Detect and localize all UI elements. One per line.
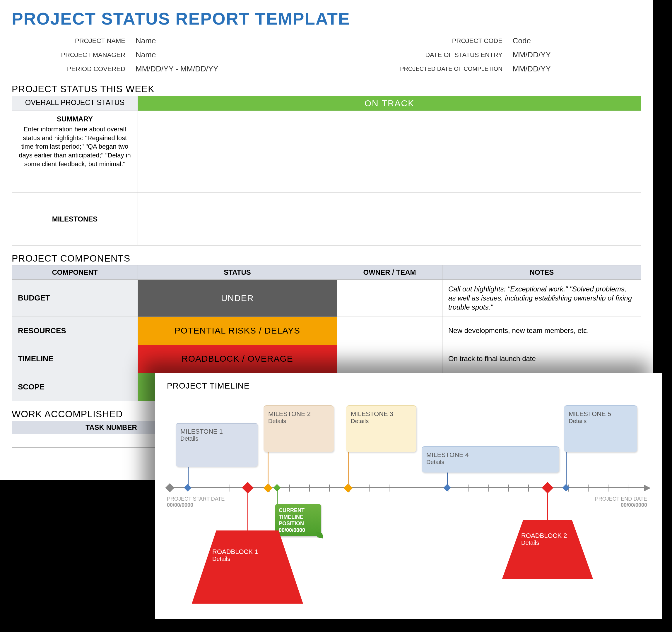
owner-resources[interactable] [337,317,442,345]
owner-timeline[interactable] [337,345,442,373]
row-budget: BUDGET UNDER Call out highlights: "Excep… [12,280,641,317]
value-project-manager[interactable]: Name [129,48,389,62]
label-date-status-entry: DATE OF STATUS ENTRY [389,48,506,62]
timeline-card: PROJECT TIMELINE PROJECT START DATE 00/0… [155,373,662,619]
notes-timeline[interactable]: On track to final launch date [442,345,641,373]
value-overall-status[interactable]: ON TRACK [138,96,641,111]
timeline-axis [170,487,647,488]
status-timeline[interactable]: ROADBLOCK / OVERAGE [138,345,337,373]
label-milestones: MILESTONES [12,193,138,246]
milestone-4-card[interactable]: MILESTONE 4 Details [422,446,559,473]
row-resources: RESOURCES POTENTIAL RISKS / DELAYS New d… [12,317,641,345]
status-week-table: OVERALL PROJECT STATUS ON TRACK SUMMARY … [12,96,641,246]
owner-budget[interactable] [337,280,442,317]
status-resources[interactable]: POTENTIAL RISKS / DELAYS [138,317,337,345]
value-summary[interactable] [138,111,641,193]
status-budget[interactable]: UNDER [138,280,337,317]
start-date-label: PROJECT START DATE 00/00/0000 [167,496,224,508]
roadblock-2[interactable]: ROADBLOCK 2 Details [502,520,593,579]
col-component: COMPONENT [12,266,138,280]
project-info-grid: PROJECT NAME Name PROJECT CODE Code PROJ… [12,34,641,76]
value-projected-completion[interactable]: MM/DD/YY [506,62,641,76]
marker-start-icon [165,483,174,492]
col-notes: NOTES [442,266,641,280]
heading-status-week: PROJECT STATUS THIS WEEK [12,84,641,95]
label-project-name: PROJECT NAME [12,34,129,48]
milestone-5-card[interactable]: MILESTONE 5 Details [564,405,637,452]
milestone-1-card[interactable]: MILESTONE 1 Details [176,423,258,467]
end-date-label: PROJECT END DATE 00/00/0000 [595,496,647,508]
notes-resources[interactable]: New developments, new team members, etc. [442,317,641,345]
label-period-covered: PERIOD COVERED [12,62,129,76]
row-timeline: TIMELINE ROADBLOCK / OVERAGE On track to… [12,345,641,373]
label-project-code: PROJECT CODE [389,34,506,48]
roadblock-1[interactable]: ROADBLOCK 1 Details [192,530,303,604]
col-status: STATUS [138,266,337,280]
label-overall-status: OVERALL PROJECT STATUS [12,96,138,111]
label-project-manager: PROJECT MANAGER [12,48,129,62]
milestone-2-card[interactable]: MILESTONE 2 Details [264,405,334,452]
col-owner: OWNER / TEAM [337,266,442,280]
label-projected-completion: PROJECTED DATE OF COMPLETION [389,62,506,76]
axis-arrow-icon [644,485,651,491]
value-project-name[interactable]: Name [129,34,389,48]
page-title: PROJECT STATUS REPORT TEMPLATE [12,9,641,28]
label-summary: SUMMARY Enter information here about ove… [12,111,138,193]
value-date-status-entry[interactable]: MM/DD/YY [506,48,641,62]
heading-components: PROJECT COMPONENTS [12,253,641,264]
value-project-code[interactable]: Code [506,34,641,48]
value-milestones[interactable] [138,193,641,246]
value-period-covered[interactable]: MM/DD/YY - MM/DD/YY [129,62,389,76]
timeline-stage: PROJECT START DATE 00/00/0000 PROJECT EN… [167,394,650,616]
notes-budget[interactable]: Call out highlights: "Exceptional work,"… [442,280,641,317]
milestone-3-card[interactable]: MILESTONE 3 Details [346,405,416,452]
heading-timeline: PROJECT TIMELINE [167,381,650,390]
